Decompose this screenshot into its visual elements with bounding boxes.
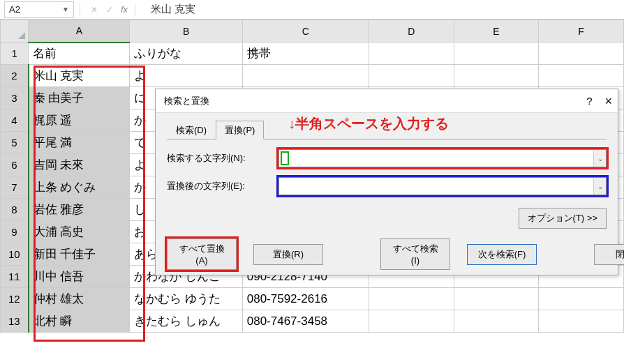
cancel-icon: ✕ bbox=[87, 3, 101, 17]
tab-find[interactable]: 検索(D) bbox=[167, 121, 216, 139]
row-header[interactable]: 3 bbox=[1, 87, 29, 109]
cell[interactable] bbox=[454, 65, 539, 87]
row-header[interactable]: 2 bbox=[1, 65, 29, 87]
row-header[interactable]: 12 bbox=[1, 288, 29, 310]
cell[interactable] bbox=[242, 65, 369, 87]
cell[interactable]: 梶原 遥 bbox=[29, 109, 130, 132]
cell[interactable]: 米山 克実 bbox=[29, 65, 130, 87]
name-box[interactable]: A2 ▼ bbox=[4, 1, 74, 18]
cell[interactable]: 080-7592-2616 bbox=[242, 288, 369, 310]
name-box-value: A2 bbox=[9, 4, 20, 15]
cell[interactable]: 吉岡 未來 bbox=[29, 154, 130, 176]
col-header[interactable]: A bbox=[29, 20, 130, 43]
chevron-down-icon[interactable]: ⌄ bbox=[593, 150, 606, 167]
col-header[interactable]: E bbox=[454, 20, 539, 43]
dialog-tabs: 検索(D) 置換(P) bbox=[167, 120, 607, 139]
row-header[interactable]: 11 bbox=[1, 266, 29, 288]
find-input[interactable]: ⌄ bbox=[278, 149, 607, 167]
replace-button[interactable]: 置換(R) bbox=[253, 244, 323, 265]
cell[interactable] bbox=[539, 288, 624, 310]
select-all-corner[interactable] bbox=[1, 20, 29, 43]
col-header[interactable]: F bbox=[539, 20, 624, 43]
row-header[interactable]: 7 bbox=[1, 176, 29, 199]
replace-all-button[interactable]: すべて置換(A) bbox=[167, 238, 237, 270]
cell[interactable]: 大浦 高史 bbox=[29, 221, 130, 243]
cell[interactable] bbox=[369, 43, 454, 65]
close-icon[interactable]: × bbox=[604, 95, 612, 107]
cell[interactable]: きたむら しゅん bbox=[130, 310, 242, 333]
dialog-title: 検索と置換 bbox=[164, 95, 209, 107]
row-header[interactable]: 1 bbox=[1, 43, 29, 65]
cell[interactable] bbox=[539, 43, 624, 65]
cell[interactable]: よ bbox=[130, 65, 242, 87]
chevron-down-icon[interactable]: ▼ bbox=[62, 6, 69, 13]
formula-buttons: ✕ ✓ fx bbox=[83, 3, 132, 17]
replace-input[interactable]: ⌄ bbox=[278, 177, 607, 195]
cell[interactable]: 080-7467-3458 bbox=[242, 310, 369, 333]
col-header[interactable]: D bbox=[369, 20, 454, 43]
col-header[interactable]: C bbox=[242, 20, 369, 43]
close-button[interactable]: 閉じる bbox=[594, 244, 624, 265]
dialog-titlebar[interactable]: 検索と置換 ? × bbox=[156, 89, 618, 113]
formula-value[interactable]: 米山 克実 bbox=[138, 3, 195, 16]
cell[interactable]: 携帯 bbox=[242, 43, 369, 65]
tab-replace[interactable]: 置換(P) bbox=[216, 121, 264, 139]
cell[interactable] bbox=[369, 65, 454, 87]
row-header[interactable]: 8 bbox=[1, 199, 29, 221]
row-header[interactable]: 5 bbox=[1, 132, 29, 154]
text-cursor bbox=[281, 151, 289, 165]
replace-label: 置換後の文字列(E): bbox=[167, 180, 272, 192]
find-label: 検索する文字列(N): bbox=[167, 152, 272, 165]
row-header[interactable]: 9 bbox=[1, 221, 29, 243]
cell[interactable] bbox=[454, 310, 539, 333]
cell[interactable] bbox=[539, 310, 624, 333]
row-header[interactable]: 13 bbox=[1, 310, 29, 333]
enter-icon: ✓ bbox=[103, 3, 117, 17]
cell[interactable]: ふりがな bbox=[130, 43, 242, 65]
help-icon[interactable]: ? bbox=[586, 95, 592, 107]
find-all-button[interactable]: すべて検索(I) bbox=[380, 238, 450, 270]
cell[interactable]: 上条 めぐみ bbox=[29, 176, 130, 199]
formula-bar: A2 ▼ ✕ ✓ fx 米山 克実 bbox=[0, 0, 624, 20]
cell[interactable]: 北村 瞬 bbox=[29, 310, 130, 333]
cell[interactable] bbox=[369, 288, 454, 310]
row-header[interactable]: 6 bbox=[1, 154, 29, 176]
cell[interactable]: 秦 由美子 bbox=[29, 87, 130, 109]
cell[interactable] bbox=[454, 43, 539, 65]
options-button[interactable]: オプション(T) >> bbox=[519, 208, 607, 229]
row-header[interactable]: 10 bbox=[1, 243, 29, 266]
cell[interactable]: 川中 信吾 bbox=[29, 266, 130, 288]
cell[interactable]: 平尾 満 bbox=[29, 132, 130, 154]
cell[interactable] bbox=[539, 65, 624, 87]
find-replace-dialog: 検索と置換 ? × 検索(D) 置換(P) ↓半角スペースを入力する 検索する文… bbox=[155, 89, 618, 275]
cell[interactable] bbox=[454, 288, 539, 310]
chevron-down-icon[interactable]: ⌄ bbox=[593, 178, 606, 195]
cell[interactable]: 名前 bbox=[29, 43, 130, 65]
cell[interactable]: 仲村 雄太 bbox=[29, 288, 130, 310]
cell[interactable]: 岩佐 雅彦 bbox=[29, 199, 130, 221]
cell[interactable]: なかむら ゆうた bbox=[130, 288, 242, 310]
col-header[interactable]: B bbox=[130, 20, 242, 43]
row-header[interactable]: 4 bbox=[1, 109, 29, 132]
fx-icon[interactable]: fx bbox=[121, 4, 128, 15]
cell[interactable]: 新田 千佳子 bbox=[29, 243, 130, 266]
cell[interactable] bbox=[369, 310, 454, 333]
find-next-button[interactable]: 次を検索(F) bbox=[467, 244, 537, 265]
